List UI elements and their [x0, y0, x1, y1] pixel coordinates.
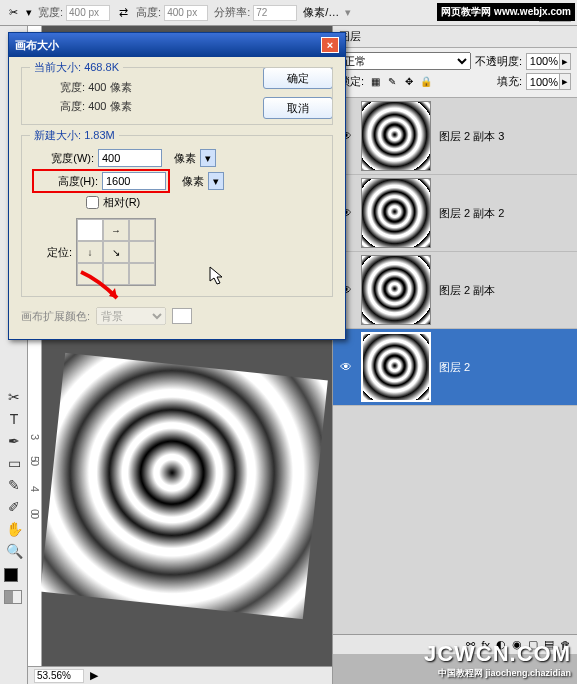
- shape-tool-icon[interactable]: ▭: [2, 452, 26, 474]
- height-label: 高度:: [136, 5, 161, 20]
- zoom-tool-icon[interactable]: 🔍: [2, 540, 26, 562]
- path-tool-icon[interactable]: ✒: [2, 430, 26, 452]
- layer-thumbnail[interactable]: [361, 255, 431, 325]
- crop-tool-icon[interactable]: ✂: [6, 6, 20, 20]
- canvas-size-dialog: 画布大小 × 确定 取消 当前大小: 468.8K 宽度: 400 像素 高度:…: [8, 32, 346, 340]
- swap-icon[interactable]: ⇄: [116, 6, 130, 20]
- layer-thumbnail[interactable]: [361, 101, 431, 171]
- zoom-input[interactable]: [34, 669, 84, 683]
- layer-thumbnail[interactable]: [361, 332, 431, 402]
- new-height-label: 高度(H):: [36, 174, 98, 189]
- new-width-label: 宽度(W):: [32, 151, 94, 166]
- text-tool-icon[interactable]: T: [2, 408, 26, 430]
- opacity-label: 不透明度:: [475, 54, 522, 69]
- ext-color-select[interactable]: 背景: [96, 307, 166, 325]
- fill-label: 填充:: [497, 74, 522, 89]
- lock-transparent-icon[interactable]: ▦: [368, 75, 382, 89]
- watermark-bottom: JCWCN.COM 中国教程网 jiaocheng.chazidian: [424, 641, 571, 680]
- layer-name: 图层 2 副本: [435, 283, 575, 298]
- watermark-top: 网页教学网 www.webjx.com: [437, 3, 575, 21]
- eyedropper-tool-icon[interactable]: ✐: [2, 496, 26, 518]
- visibility-icon[interactable]: 👁: [340, 360, 352, 374]
- layer-row[interactable]: 👁 图层 2 副本 2: [333, 175, 577, 252]
- relative-label: 相对(R): [103, 195, 140, 210]
- anchor-label: 定位:: [32, 245, 72, 260]
- chevron-right-icon[interactable]: ▶: [90, 669, 98, 682]
- fill-input[interactable]: [527, 74, 559, 89]
- color-swatch[interactable]: [4, 568, 22, 584]
- notes-tool-icon[interactable]: ✎: [2, 474, 26, 496]
- chevron-down-icon[interactable]: ▾: [200, 149, 216, 167]
- ext-color-label: 画布扩展颜色:: [21, 309, 90, 324]
- new-height-input[interactable]: [102, 172, 166, 190]
- layer-row[interactable]: 👁 图层 2 副本: [333, 252, 577, 329]
- hand-tool-icon[interactable]: ✋: [2, 518, 26, 540]
- relative-checkbox[interactable]: [86, 196, 99, 209]
- width-label: 宽度:: [38, 5, 63, 20]
- slice-tool-icon[interactable]: ✂: [2, 386, 26, 408]
- layer-name: 图层 2: [435, 360, 575, 375]
- width-input[interactable]: [66, 5, 110, 21]
- res-input[interactable]: [253, 5, 297, 21]
- new-width-input[interactable]: [98, 149, 162, 167]
- layer-name: 图层 2 副本 3: [435, 129, 575, 144]
- opacity-input[interactable]: [527, 54, 559, 69]
- color-swatch-icon[interactable]: [172, 308, 192, 324]
- document-canvas[interactable]: [74, 386, 294, 586]
- lock-all-icon[interactable]: 🔒: [419, 75, 433, 89]
- layer-row[interactable]: 👁 图层 2: [333, 329, 577, 406]
- chevron-right-icon[interactable]: ▸: [559, 54, 570, 69]
- blend-mode-select[interactable]: 正常: [339, 52, 471, 70]
- lock-paint-icon[interactable]: ✎: [385, 75, 399, 89]
- anchor-grid[interactable]: → ↓↘: [76, 218, 156, 286]
- height-input[interactable]: [164, 5, 208, 21]
- dialog-title: 画布大小: [15, 38, 321, 53]
- layer-row[interactable]: 👁 图层 2 副本 3: [333, 98, 577, 175]
- quickmask-icon[interactable]: [4, 590, 22, 604]
- chevron-right-icon[interactable]: ▸: [559, 74, 570, 89]
- layer-name: 图层 2 副本 2: [435, 206, 575, 221]
- lock-move-icon[interactable]: ✥: [402, 75, 416, 89]
- res-label: 分辨率:: [214, 5, 250, 20]
- chevron-down-icon[interactable]: ▾: [208, 172, 224, 190]
- layers-panel: 图层 正常 不透明度: ▸ 锁定: ▦ ✎ ✥ 🔒 填充: ▸ 👁 图层 2 副…: [332, 26, 577, 684]
- layer-thumbnail[interactable]: [361, 178, 431, 248]
- close-icon[interactable]: ×: [321, 37, 339, 53]
- unit-select[interactable]: 像素/…: [303, 5, 339, 20]
